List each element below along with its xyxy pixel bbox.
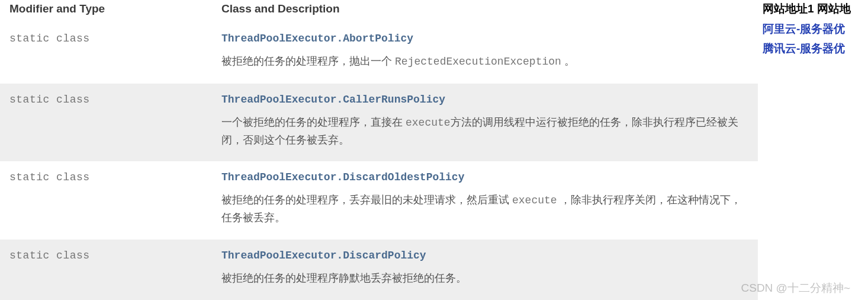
class-description: 被拒绝的任务的处理程序静默地丢弃被拒绝的任务。 xyxy=(221,270,748,288)
class-link[interactable]: ThreadPoolExecutor.DiscardOldestPolicy xyxy=(221,171,464,183)
header-class-description: Class and Description xyxy=(212,0,758,23)
class-link[interactable]: ThreadPoolExecutor.AbortPolicy xyxy=(221,33,413,44)
modifier-text: static class xyxy=(9,94,90,106)
table-row: static class ThreadPoolExecutor.CallerRu… xyxy=(0,84,758,162)
modifier-text: static class xyxy=(9,33,90,44)
side-link-aliyun[interactable]: 阿里云-服务器优 xyxy=(763,20,868,38)
side-links-panel: 网站地址1 网站地 阿里云-服务器优 腾讯云-服务器优 xyxy=(763,0,868,58)
side-top-text: 网站地址1 网站地 xyxy=(763,0,868,18)
class-description: 被拒绝的任务的处理程序，丢弃最旧的未处理请求，然后重试 execute ，除非执… xyxy=(221,192,748,226)
table-row: static class ThreadPoolExecutor.DiscardP… xyxy=(0,240,758,300)
side-link-tencent[interactable]: 腾讯云-服务器优 xyxy=(763,40,868,58)
watermark-text: CSDN @十二分精神~ xyxy=(741,280,851,296)
class-link[interactable]: ThreadPoolExecutor.DiscardPolicy xyxy=(221,250,426,261)
class-summary-table: Modifier and Type Class and Description … xyxy=(0,0,758,300)
table-row: static class ThreadPoolExecutor.DiscardO… xyxy=(0,161,758,240)
class-description: 一个被拒绝的任务的处理程序，直接在 execute方法的调用线程中运行被拒绝的任… xyxy=(221,114,748,149)
modifier-text: static class xyxy=(9,250,90,261)
table-row: static class ThreadPoolExecutor.AbortPol… xyxy=(0,23,758,84)
class-link[interactable]: ThreadPoolExecutor.CallerRunsPolicy xyxy=(221,94,445,106)
header-modifier-type: Modifier and Type xyxy=(0,0,212,23)
class-description: 被拒绝的任务的处理程序，抛出一个 RejectedExecutionExcept… xyxy=(221,53,748,71)
modifier-text: static class xyxy=(9,171,90,183)
